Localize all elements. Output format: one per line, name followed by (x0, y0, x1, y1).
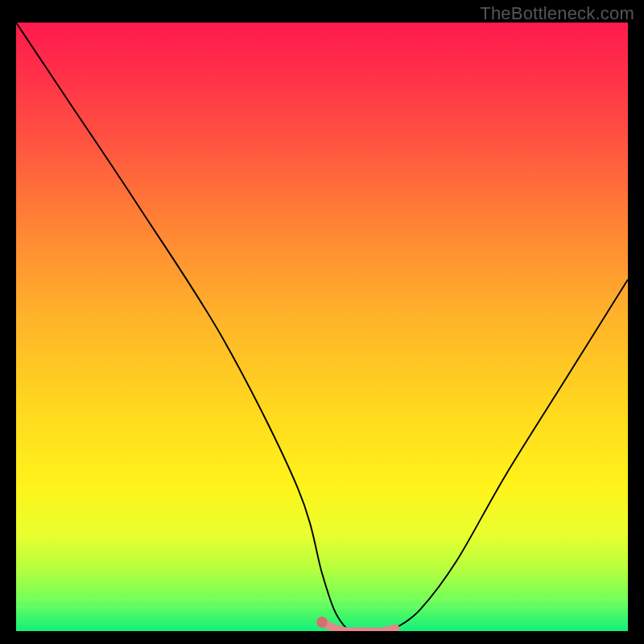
bottom-band-highlight-dot (316, 617, 328, 628)
plot-area (16, 23, 628, 631)
bottleneck-curve-svg (16, 23, 628, 631)
chart-stage: TheBottleneck.com (0, 0, 644, 644)
bottleneck-curve-path (16, 23, 628, 631)
bottom-band-highlight-path (322, 622, 395, 631)
watermark-text: TheBottleneck.com (480, 3, 634, 24)
